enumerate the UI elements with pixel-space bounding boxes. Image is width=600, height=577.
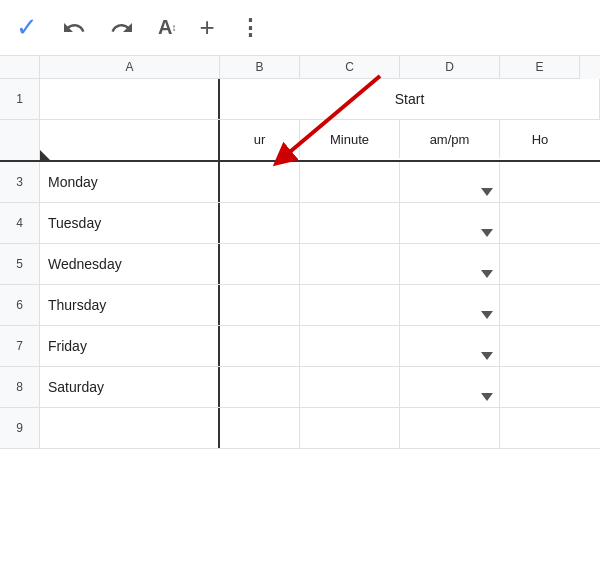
row-6: 6Thursday (0, 285, 600, 326)
row-1: 1 Start (0, 79, 600, 120)
row9-cell-e[interactable] (500, 408, 580, 448)
row6-cell-c[interactable] (300, 285, 400, 325)
row-4: 4Tuesday (0, 203, 600, 244)
font-size-icon[interactable]: A↕ (158, 16, 175, 39)
row-5: 5Wednesday (0, 244, 600, 285)
row5-cell-b[interactable] (220, 244, 300, 284)
row6-cell-e[interactable] (500, 285, 580, 325)
row-7: 7Friday (0, 326, 600, 367)
start-label[interactable]: Start (220, 79, 600, 119)
row3-cell-c[interactable] (300, 162, 400, 202)
row8-cell-e[interactable] (500, 367, 580, 407)
row4-cell-a[interactable]: Tuesday (40, 203, 220, 243)
row6-cell-b[interactable] (220, 285, 300, 325)
row9-cell-b[interactable] (220, 408, 300, 448)
row3-cell-a[interactable]: Monday (40, 162, 220, 202)
row2-cell-e-ho[interactable]: Ho (500, 120, 580, 158)
row5-cell-c[interactable] (300, 244, 400, 284)
redo-icon[interactable] (110, 16, 134, 40)
col-header-a[interactable]: A (40, 56, 220, 79)
black-corner-indicator (40, 150, 50, 160)
row2-cell-d-ampm[interactable]: am/pm (400, 120, 500, 158)
col-header-c[interactable]: C (300, 56, 400, 79)
row-num-3: 3 (0, 162, 40, 202)
row4-cell-b[interactable] (220, 203, 300, 243)
row7-cell-c[interactable] (300, 326, 400, 366)
col-header-e[interactable]: E (500, 56, 580, 79)
row6-cell-d[interactable] (400, 285, 500, 325)
checkmark-icon[interactable]: ✓ (16, 12, 38, 43)
row7-cell-d[interactable] (400, 326, 500, 366)
dropdown-arrow-row4 (481, 229, 493, 237)
row5-cell-e[interactable] (500, 244, 580, 284)
row5-cell-d[interactable] (400, 244, 500, 284)
row2-cell-b-hour[interactable]: ur (220, 120, 300, 158)
row8-cell-a[interactable]: Saturday (40, 367, 220, 407)
toolbar: ✓ A↕ + ⋮ (0, 0, 600, 56)
row-9: 9 (0, 408, 600, 449)
row9-cell-a[interactable] (40, 408, 220, 448)
row4-cell-d[interactable] (400, 203, 500, 243)
row2-cell-c-minute[interactable]: Minute (300, 120, 400, 158)
undo-icon[interactable] (62, 16, 86, 40)
row3-cell-d[interactable] (400, 162, 500, 202)
row2-cell-a[interactable] (40, 120, 220, 160)
row7-cell-e[interactable] (500, 326, 580, 366)
row-num-2 (0, 120, 40, 160)
row-num-4: 4 (0, 203, 40, 243)
dropdown-arrow-row5 (481, 270, 493, 278)
col-header-d[interactable]: D (400, 56, 500, 79)
row-num-1: 1 (0, 79, 40, 119)
row-num-7: 7 (0, 326, 40, 366)
more-options-icon[interactable]: ⋮ (239, 15, 262, 41)
row7-cell-a[interactable]: Friday (40, 326, 220, 366)
row4-cell-c[interactable] (300, 203, 400, 243)
row1-cell-a[interactable] (40, 79, 220, 119)
dropdown-arrow-row7 (481, 352, 493, 360)
row6-cell-a[interactable]: Thursday (40, 285, 220, 325)
row3-cell-e[interactable] (500, 162, 580, 202)
row5-cell-a[interactable]: Wednesday (40, 244, 220, 284)
row-num-9: 9 (0, 408, 40, 448)
row8-cell-c[interactable] (300, 367, 400, 407)
dropdown-arrow-row3 (481, 188, 493, 196)
dropdown-arrow-row6 (481, 311, 493, 319)
spreadsheet: A B C D E 1 Start ur Minute am/pm Ho (0, 56, 600, 449)
dropdown-arrow-row8 (481, 393, 493, 401)
row4-cell-e[interactable] (500, 203, 580, 243)
col-header-b[interactable]: B (220, 56, 300, 79)
row8-cell-d[interactable] (400, 367, 500, 407)
row-num-8: 8 (0, 367, 40, 407)
row-8: 8Saturday (0, 367, 600, 408)
row9-cell-d[interactable] (400, 408, 500, 448)
row-3: 3Monday (0, 162, 600, 203)
row7-cell-b[interactable] (220, 326, 300, 366)
row-num-6: 6 (0, 285, 40, 325)
row-num-5: 5 (0, 244, 40, 284)
row3-cell-b[interactable] (220, 162, 300, 202)
add-icon[interactable]: + (199, 12, 214, 43)
corner-cell (0, 56, 40, 79)
row9-cell-c[interactable] (300, 408, 400, 448)
row-2: ur Minute am/pm Ho (0, 120, 600, 162)
column-headers: A B C D E (0, 56, 600, 79)
row8-cell-b[interactable] (220, 367, 300, 407)
data-rows: 3Monday4Tuesday5Wednesday6Thursday7Frida… (0, 162, 600, 449)
